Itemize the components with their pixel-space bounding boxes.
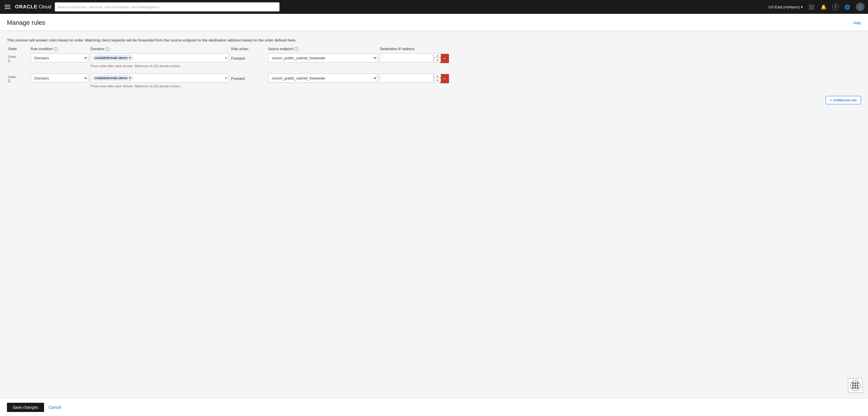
arrow-buttons-1: ▲ ▼ [434,53,441,63]
hamburger-menu[interactable] [3,4,11,10]
table-row: Order 1 . Domains ociaddsdomain.demo ✕ ▾… [7,52,861,69]
domain-hint-2: Press enter after each domain. Maximum o… [91,85,229,88]
arrow-up-2[interactable]: ▲ [434,73,441,78]
description-text: This resolver will answer rules based on… [7,38,861,42]
page-header: Manage rules Help [0,14,868,31]
arrow-down-2[interactable]: ▼ [434,78,441,83]
rule-condition-select-2[interactable]: Domains [31,73,88,83]
domain-tag-2: ociaddsdomain.demo ✕ [93,75,133,81]
domain-tag-input-1[interactable]: ociaddsdomain.demo ✕ ▾ [91,53,229,63]
terminal-icon[interactable]: ⬛ [808,3,815,10]
order-cell-1: Order 1 . [8,53,28,63]
top-navigation: ORACLE Cloud US East (Ashburn) ▾ ⬛ 🔔 ? 🌐… [0,0,868,14]
help-icon[interactable]: ? [832,4,839,10]
chevron-down-icon: ▾ [801,5,803,9]
col-order: Order [8,47,28,51]
help-dot [857,382,859,384]
remove-tag-icon-1[interactable]: ✕ [128,56,131,60]
domains-cell-1: ociaddsdomain.demo ✕ ▾ Press enter after… [91,53,229,68]
arrow-buttons-2: ▲ ▼ [434,73,441,83]
rules-column-headers: Order Rule condition i Domains i Rule ac… [7,47,861,51]
col-domains: Domains i [91,47,229,51]
col-destination-ip: Destination IP address [380,47,437,51]
search-input[interactable] [55,2,280,11]
rule-condition-cell-2: Domains [31,73,88,83]
page-footer: Save changes Cancel [0,398,868,416]
save-changes-button[interactable]: Save changes [7,403,44,412]
col-rule-action: Rule action [231,47,266,51]
help-link[interactable]: Help [853,21,861,25]
rule-condition-cell-1: Domains [31,53,88,63]
domain-tag-input-2[interactable]: ociaddsdomain.demo ✕ ▾ [91,73,229,83]
source-endpoint-select-2[interactable]: ocivcn_public_subnet_forwarder [268,73,377,83]
remove-tag-icon-2[interactable]: ✕ [128,76,131,80]
table-row: Order 2 . Domains ociaddsdomain.demo ✕ ▾… [7,72,861,89]
dest-ip-input-1[interactable]: 10.2.0.6 [380,53,433,63]
rule-condition-select-1[interactable]: Domains [31,53,88,63]
help-dot [852,382,854,384]
rule-action-value-2: Forward [231,76,266,81]
help-dot [857,385,859,386]
help-dot [855,387,856,389]
order-label-1: Order [8,55,16,59]
oracle-text: ORACLE [15,4,37,10]
search-container [55,2,280,11]
domains-info-icon[interactable]: i [105,47,109,51]
order-label-2: Order [8,75,16,78]
rule-action-cell-2: Forward [231,73,266,81]
col-rule-condition: Rule condition i [31,47,88,51]
rule-condition-info-icon[interactable]: i [54,47,58,51]
oracle-logo: ORACLE Cloud [15,4,51,10]
dest-ip-input-2[interactable]: 10.2.0.4 [380,73,433,83]
cloud-text: Cloud [39,4,51,10]
source-endpoint-select-1[interactable]: ocivcn_public_subnet_forwarder [268,53,377,63]
rule-action-cell-1: Forward [231,53,266,61]
order-num-1: 1 . [8,59,12,63]
domain-dropdown-arrow-1[interactable]: ▾ [225,56,227,60]
col-source-endpoint: Source endpoint i [268,47,377,51]
help-dot [855,385,856,386]
help-widget-inner [850,380,861,391]
topnav-right: US East (Ashburn) ▾ ⬛ 🔔 ? 🌐 👤 [769,3,865,11]
delete-rule-button-1[interactable]: − [440,54,449,63]
domain-dropdown-arrow-2[interactable]: ▾ [225,76,227,80]
user-avatar[interactable]: 👤 [856,3,865,11]
dest-ip-with-arrows-1: 10.2.0.6 ▲ ▼ [380,53,437,63]
order-cell-2: Order 2 . [8,73,28,83]
rule-action-value-1: Forward [231,56,266,61]
help-dot [852,387,854,389]
help-widget-grid [852,382,859,389]
dest-ip-with-arrows-2: 10.2.0.4 ▲ ▼ [380,73,437,83]
main-content: This resolver will answer rules based on… [0,31,868,398]
region-selector[interactable]: US East (Ashburn) ▾ [769,5,803,9]
page-title: Manage rules [7,19,45,27]
delete-rule-button-2[interactable]: − [440,74,449,83]
bell-icon[interactable]: 🔔 [820,3,827,10]
cancel-button[interactable]: Cancel [49,405,61,410]
domains-cell-2: ociaddsdomain.demo ✕ ▾ Press enter after… [91,73,229,88]
source-endpoint-cell-2: ocivcn_public_subnet_forwarder [268,73,377,83]
dest-ip-cell-1: 10.2.0.6 ▲ ▼ [380,53,437,63]
dest-ip-cell-2: 10.2.0.4 ▲ ▼ [380,73,437,83]
source-endpoint-cell-1: ocivcn_public_subnet_forwarder [268,53,377,63]
add-rule-button[interactable]: + Additional rule [826,96,861,104]
arrow-down-1[interactable]: ▼ [434,58,441,62]
source-endpoint-info-icon[interactable]: i [294,47,298,51]
help-dot [852,385,854,386]
action-col-2: − [440,73,463,83]
arrow-up-1[interactable]: ▲ [434,53,441,58]
action-col-1: − [440,53,463,63]
help-dot [857,387,859,389]
domain-tag-1: ociaddsdomain.demo ✕ [93,55,133,61]
help-dot [855,382,856,384]
globe-icon[interactable]: 🌐 [844,3,851,10]
order-num-2: 2 . [8,78,12,83]
domain-hint-1: Press enter after each domain. Maximum o… [91,64,229,68]
region-label: US East (Ashburn) [769,5,800,9]
help-widget[interactable] [848,378,863,393]
